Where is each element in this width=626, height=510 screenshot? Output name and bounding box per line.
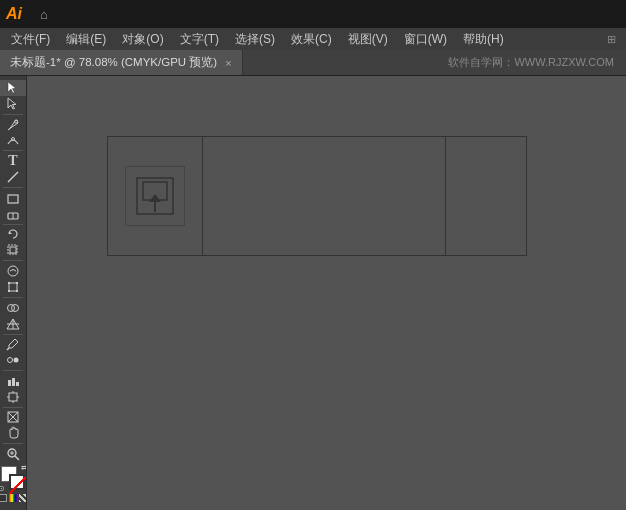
perspective-grid-tool[interactable] xyxy=(0,316,26,332)
menu-file[interactable]: 文件(F) xyxy=(4,29,57,50)
curvature-tool[interactable] xyxy=(0,133,26,149)
svg-line-22 xyxy=(7,348,9,350)
menu-effect[interactable]: 效果(C) xyxy=(284,29,339,50)
menu-type[interactable]: 文字(T) xyxy=(173,29,226,50)
reset-colors-icon[interactable]: ⊙ xyxy=(0,484,5,493)
svg-point-23 xyxy=(8,358,13,363)
table-cell-middle xyxy=(203,137,446,255)
zoom-tool[interactable] xyxy=(0,446,26,462)
eraser-tool[interactable] xyxy=(0,206,26,222)
menu-select[interactable]: 选择(S) xyxy=(228,29,282,50)
home-icon-button[interactable]: ⌂ xyxy=(36,5,52,24)
svg-rect-14 xyxy=(16,282,18,284)
svg-rect-28 xyxy=(9,393,17,401)
svg-rect-27 xyxy=(16,382,19,386)
toolbar-separator-2 xyxy=(3,150,23,151)
menu-window[interactable]: 窗口(W) xyxy=(397,29,454,50)
active-tab[interactable]: 未标题-1* @ 78.08% (CMYK/GPU 预览) × xyxy=(0,50,243,75)
toolbar-separator-9 xyxy=(3,407,23,408)
menu-help[interactable]: 帮助(H) xyxy=(456,29,511,50)
color-mode-row xyxy=(0,494,27,502)
selection-tool[interactable] xyxy=(0,80,26,96)
toolbar-separator-6 xyxy=(3,297,23,298)
rotate-tool[interactable] xyxy=(0,226,26,242)
rectangle-tool[interactable] xyxy=(0,190,26,206)
svg-line-35 xyxy=(15,456,19,460)
tab-bar: 未标题-1* @ 78.08% (CMYK/GPU 预览) × 软件自学网：WW… xyxy=(0,50,626,76)
title-bar: Ai ⌂ xyxy=(0,0,626,28)
svg-point-2 xyxy=(15,120,18,123)
menu-view[interactable]: 视图(V) xyxy=(341,29,395,50)
svg-marker-1 xyxy=(8,98,16,109)
main-area: T xyxy=(0,76,626,510)
scale-tool[interactable] xyxy=(0,242,26,258)
svg-rect-5 xyxy=(8,195,18,203)
hand-tool[interactable] xyxy=(0,425,26,441)
canvas-area xyxy=(27,76,626,510)
shape-builder-tool[interactable] xyxy=(0,300,26,316)
svg-point-3 xyxy=(12,137,15,140)
free-transform-tool[interactable] xyxy=(0,279,26,295)
toolbar-separator-7 xyxy=(3,334,23,335)
blend-tool[interactable] xyxy=(0,352,26,368)
table-cell-right xyxy=(446,137,526,255)
svg-rect-16 xyxy=(16,290,18,292)
eyedropper-tool[interactable] xyxy=(0,336,26,352)
toolbar-separator-10 xyxy=(3,443,23,444)
svg-rect-9 xyxy=(10,247,16,253)
svg-rect-13 xyxy=(8,282,10,284)
upload-icon xyxy=(133,174,177,218)
left-toolbar: T xyxy=(0,76,27,510)
svg-point-24 xyxy=(14,358,19,363)
toolbar-separator-8 xyxy=(3,370,23,371)
svg-rect-25 xyxy=(8,380,11,386)
direct-selection-tool[interactable] xyxy=(0,96,26,112)
stroke-swatch[interactable] xyxy=(9,474,25,490)
line-tool[interactable] xyxy=(0,169,26,185)
tab-title: 未标题-1* @ 78.08% (CMYK/GPU 预览) xyxy=(10,55,217,70)
pen-tool[interactable] xyxy=(0,117,26,133)
artboard-container xyxy=(107,136,527,256)
none-color-swatch[interactable] xyxy=(0,494,7,502)
artboard-tool[interactable] xyxy=(0,389,26,405)
toolbar-separator-4 xyxy=(3,224,23,225)
toolbar-separator-5 xyxy=(3,260,23,261)
color-area: ⇄ ⊙ xyxy=(0,462,26,506)
upload-icon-box xyxy=(125,166,185,226)
warp-tool[interactable] xyxy=(0,263,26,279)
graph-tool[interactable] xyxy=(0,373,26,389)
fill-stroke-indicator[interactable]: ⇄ ⊙ xyxy=(1,466,25,490)
none-indicator-swatch[interactable] xyxy=(19,494,27,502)
menu-object[interactable]: 对象(O) xyxy=(115,29,170,50)
watermark-text: 软件自学网：WWW.RJZXW.COM xyxy=(243,50,626,75)
menu-bar: 文件(F) 编辑(E) 对象(O) 文字(T) 选择(S) 效果(C) 视图(V… xyxy=(0,28,626,50)
toolbar-separator-3 xyxy=(3,187,23,188)
slice-tool[interactable] xyxy=(0,409,26,425)
svg-line-4 xyxy=(8,172,18,182)
svg-marker-0 xyxy=(8,82,16,93)
tab-close-button[interactable]: × xyxy=(225,57,231,69)
artboard-table xyxy=(107,136,527,256)
app-logo: Ai xyxy=(6,5,28,23)
toolbar-separator-1 xyxy=(3,114,23,115)
table-cell-left xyxy=(108,137,203,255)
svg-marker-41 xyxy=(149,194,161,202)
svg-point-11 xyxy=(8,266,18,276)
svg-rect-12 xyxy=(9,283,17,291)
svg-rect-15 xyxy=(8,290,10,292)
svg-rect-26 xyxy=(12,378,15,386)
type-tool[interactable]: T xyxy=(0,153,26,169)
gradient-color-swatch[interactable] xyxy=(9,494,17,502)
workspace-switcher[interactable]: ⊞ xyxy=(607,33,622,46)
menu-edit[interactable]: 编辑(E) xyxy=(59,29,113,50)
